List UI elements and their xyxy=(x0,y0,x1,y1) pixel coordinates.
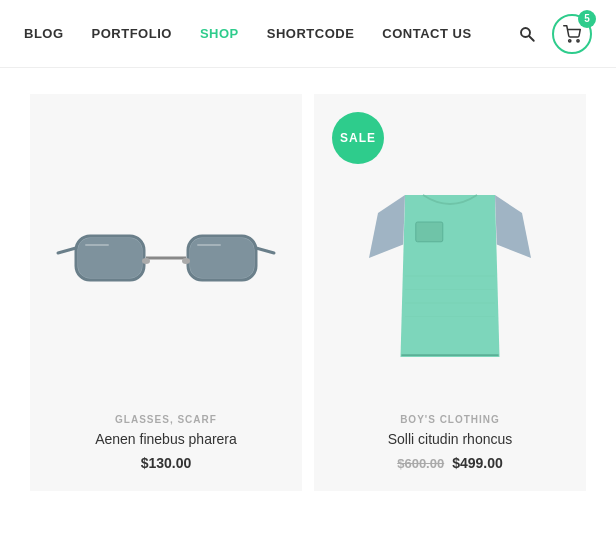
nav-link-contact-us[interactable]: CONTACT US xyxy=(382,26,471,41)
search-icon xyxy=(518,25,536,43)
product-glasses-info: GLASSES, SCARFAenen finebus pharera$130.… xyxy=(46,414,286,471)
svg-point-3 xyxy=(577,39,579,41)
svg-point-11 xyxy=(142,258,150,264)
product-tshirt-info: BOY'S CLOTHINGSolli citudin rhoncus$600.… xyxy=(330,414,570,471)
svg-line-9 xyxy=(58,248,76,253)
product-glasses-category: GLASSES, SCARF xyxy=(46,414,286,425)
svg-point-2 xyxy=(569,39,571,41)
cart-badge: 5 xyxy=(578,10,596,28)
svg-line-10 xyxy=(256,248,274,253)
cart-button[interactable]: 5 xyxy=(552,14,592,54)
svg-line-1 xyxy=(529,36,534,41)
search-button[interactable] xyxy=(518,25,536,43)
product-grid: GLASSES, SCARFAenen finebus pharera$130.… xyxy=(0,68,616,517)
svg-rect-15 xyxy=(416,222,443,242)
nav-link-portfolio[interactable]: PORTFOLIO xyxy=(92,26,172,41)
cart-icon xyxy=(563,25,581,43)
product-glasses-price: $130.00 xyxy=(46,455,286,471)
product-tshirt-price: $600.00$499.00 xyxy=(330,455,570,471)
product-tshirt: SALE BOY'S CLOTHINGSolli citudin rhoncus… xyxy=(314,94,586,491)
sale-badge: SALE xyxy=(332,112,384,164)
product-glasses: GLASSES, SCARFAenen finebus pharera$130.… xyxy=(30,94,302,491)
nav-right: 5 xyxy=(518,14,592,54)
svg-point-12 xyxy=(182,258,190,264)
nav-link-shortcode[interactable]: SHORTCODE xyxy=(267,26,355,41)
navbar: BLOGPORTFOLIOSHOPSHORTCODECONTACT US 5 xyxy=(0,0,616,68)
nav-links: BLOGPORTFOLIOSHOPSHORTCODECONTACT US xyxy=(24,26,472,41)
sunglasses-image xyxy=(56,198,276,318)
product-tshirt-sale-price: $499.00 xyxy=(452,455,503,471)
nav-link-blog[interactable]: BLOG xyxy=(24,26,64,41)
product-tshirt-category: BOY'S CLOTHING xyxy=(330,414,570,425)
product-tshirt-name: Solli citudin rhoncus xyxy=(330,431,570,447)
product-glasses-image-wrap xyxy=(46,118,286,398)
tshirt-image xyxy=(360,133,540,383)
product-glasses-name: Aenen finebus pharera xyxy=(46,431,286,447)
product-tshirt-original-price: $600.00 xyxy=(397,456,444,471)
nav-link-shop[interactable]: SHOP xyxy=(200,26,239,41)
